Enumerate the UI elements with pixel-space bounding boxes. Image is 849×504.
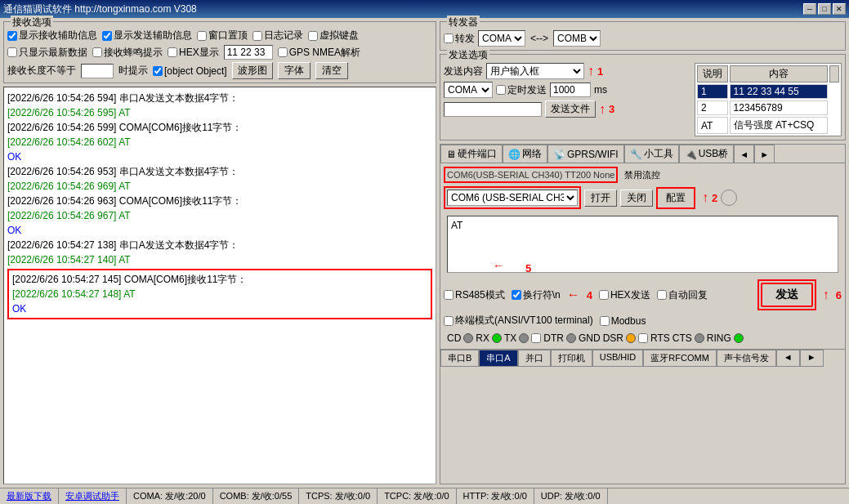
forwarder-row: 转发 COMACOMB <--> COMBCOMA <box>444 30 842 47</box>
title-bar: 通信猫调试软件 http://tongxinmao.com V308 ─ □ ✕ <box>0 0 849 18</box>
memo-row-1[interactable]: 1 11 22 33 44 55 <box>697 84 839 99</box>
gprs-icon: 📡 <box>553 149 565 160</box>
forward-checkbox[interactable]: 转发 <box>444 32 475 46</box>
bottom-tab-printer[interactable]: 打印机 <box>551 350 592 367</box>
number-6: 6 <box>836 289 842 301</box>
network-icon: 🌐 <box>508 149 521 160</box>
usb-icon: 🔌 <box>685 149 697 160</box>
arrow-7-indicator: ← <box>436 443 436 467</box>
send-port-select[interactable]: COMA <box>444 82 493 98</box>
clear-button[interactable]: 清空 <box>315 62 348 79</box>
show-send-info-checkbox[interactable]: 显示发送辅助信息 <box>102 29 192 42</box>
status-android[interactable]: 安卓调试助手 <box>59 488 127 504</box>
waveform-button[interactable]: 波形图 <box>232 62 273 79</box>
bottom-tab-usbhid[interactable]: USB/HID <box>592 350 644 367</box>
auto-scroll-checkbox[interactable]: [object Object] <box>153 65 227 77</box>
minimize-button[interactable]: ─ <box>803 3 816 15</box>
arrow-up-3: ↑ <box>599 102 605 117</box>
tab-tools[interactable]: 🔧 小工具 <box>624 145 679 163</box>
send-file-button[interactable]: 发送文件 <box>545 100 596 118</box>
tx-check[interactable] <box>531 333 541 343</box>
maximize-button[interactable]: □ <box>818 3 831 15</box>
cd-led <box>463 333 473 343</box>
highlight-line-2: [2022/6/26 10:54:27 148] AT <box>12 287 427 301</box>
forward-from-select[interactable]: COMACOMB <box>478 30 525 47</box>
status-download[interactable]: 最新版下载 <box>0 488 59 504</box>
hardware-icon: 🖥 <box>446 149 456 160</box>
recv-len-input[interactable] <box>81 64 114 78</box>
tab-prev[interactable]: ◄ <box>734 145 754 163</box>
hex-show-checkbox[interactable]: HEX显示 <box>168 46 219 60</box>
bottom-tab-seriala[interactable]: 串口A <box>479 350 517 367</box>
dsr-check[interactable] <box>638 333 648 343</box>
send-button[interactable]: 发送 <box>761 283 813 307</box>
close-button[interactable]: ✕ <box>833 3 846 15</box>
bottom-tab-prev2[interactable]: ◄ <box>776 350 800 367</box>
memo-col-scroll <box>829 65 839 83</box>
rx-led <box>492 333 502 343</box>
bottom-tab-bluetooth[interactable]: 蓝牙RFCOMM <box>643 350 717 367</box>
recv-len-label: 接收长度不等于 <box>7 64 76 78</box>
newline-checkbox[interactable]: 换行符\n <box>512 288 561 302</box>
arrow-6-indicator: ↑ <box>823 288 829 302</box>
forward-arrow: <--> <box>530 33 548 44</box>
tools-icon: 🔧 <box>630 149 642 160</box>
tab-next[interactable]: ► <box>754 145 775 163</box>
number-4: 4 <box>587 289 592 301</box>
memo-table: 说明 内容 1 11 22 33 44 55 2 <box>695 63 842 136</box>
log-line-2: [2022/6/26 10:54:26 594] 串口A发送文本数据4字节： <box>7 91 432 105</box>
log-line-6: [2022/6/26 10:54:26 602] AT <box>7 135 432 149</box>
auto-reply-checkbox[interactable]: 自动回复 <box>657 288 708 302</box>
send-content-row: 发送内容 用户输入框 ↑ 1 <box>444 63 691 79</box>
tab-hardware-port[interactable]: 🖥 硬件端口 <box>440 145 503 163</box>
cd-label: CD <box>447 332 461 344</box>
gps-nmea-checkbox[interactable]: GPS NMEA解析 <box>278 46 360 60</box>
timed-send-checkbox[interactable]: 定时发送 <box>496 83 547 97</box>
ring-label: RING <box>707 332 731 344</box>
tab-gprs[interactable]: 📡 GPRS/WIFI <box>547 145 624 163</box>
close-port-button[interactable]: 关闭 <box>620 190 653 207</box>
hex-send-checkbox[interactable]: HEX发送 <box>599 288 650 302</box>
rx-label: RX <box>476 332 489 344</box>
font-button[interactable]: 字体 <box>278 62 311 79</box>
tx-label: TX <box>504 332 516 344</box>
window-top-checkbox[interactable]: 窗口置顶 <box>197 29 248 42</box>
show-recv-info-checkbox[interactable]: 显示接收辅助信息 <box>7 29 97 42</box>
log-area[interactable]: [2022/6/26 10:54:26 594] 串口A发送文本数据4字节： [… <box>3 87 436 484</box>
recv-row2: 只显示最新数据 接收蜂鸣提示 HEX显示 GPS NMEA解析 <box>7 45 432 60</box>
memo-row-2[interactable]: 2 123456789 <box>697 100 839 115</box>
timed-ms-input[interactable] <box>550 83 591 97</box>
at-input-area[interactable]: AT <box>447 216 838 273</box>
arrow-4-indicator: ← <box>567 288 580 302</box>
bottom-tab-serialb[interactable]: 串口B <box>440 350 479 367</box>
status-tcpc: TCPC: 发/收:0/0 <box>378 488 456 504</box>
number-1: 1 <box>597 65 603 78</box>
recv-row3: 接收长度不等于 时提示 [object Object] 波形图 字体 清空 <box>7 62 432 79</box>
log-line-13: [2022/6/26 10:54:26 967] AT <box>7 208 432 223</box>
open-port-button[interactable]: 打开 <box>584 190 617 207</box>
dtr-led <box>566 333 576 343</box>
terminal-checkbox[interactable]: 终端模式(ANSI/VT100 terminal) <box>444 314 593 328</box>
tab-bar: 🖥 硬件端口 🌐 网络 📡 GPRS/WIFI 🔧 小工具 🔌 U <box>440 145 845 163</box>
memo-row-at[interactable]: AT 信号强度 AT+CSQ <box>697 117 839 134</box>
vkeyboard-checkbox[interactable]: 虚拟键盘 <box>308 29 359 42</box>
bottom-tab-next2[interactable]: ► <box>800 350 824 367</box>
show-latest-checkbox[interactable]: 只显示最新数据 <box>7 46 87 60</box>
send-file-input[interactable] <box>444 102 542 117</box>
send-content-select[interactable]: 用户输入框 <box>486 63 584 79</box>
config-button[interactable]: 配置 <box>659 190 692 206</box>
tab-network[interactable]: 🌐 网络 <box>503 145 547 163</box>
bottom-tab-parallel[interactable]: 并口 <box>518 350 551 367</box>
port-select[interactable]: COM6 (USB-SERIAL CH340 <box>447 190 578 206</box>
hex-value-input[interactable] <box>224 45 273 60</box>
rs485-checkbox[interactable]: RS485模式 <box>444 288 505 302</box>
main-content: 接收选项 显示接收辅助信息 显示发送辅助信息 窗口置顶 日志记录 虚拟键盘 <box>0 18 849 488</box>
tab-usb[interactable]: 🔌 USB桥 <box>679 145 735 163</box>
modbus-checkbox[interactable]: Modbus <box>600 315 646 327</box>
log-checkbox[interactable]: 日志记录 <box>252 29 303 42</box>
status-coma: COMA: 发/收:20/0 <box>127 488 213 504</box>
time-hint-label: 时提示 <box>118 64 148 78</box>
bottom-tab-audio[interactable]: 声卡信号发 <box>717 350 776 367</box>
beep-checkbox[interactable]: 接收蜂鸣提示 <box>92 46 163 60</box>
forward-to-select[interactable]: COMBCOMA <box>553 30 601 47</box>
